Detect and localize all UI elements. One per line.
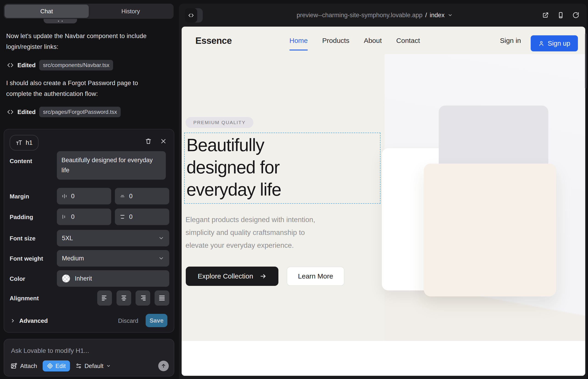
arrow-right-icon xyxy=(260,273,266,280)
site-nav-links: Home Products About Contact xyxy=(289,27,420,55)
assistant-message: I should also create a Forgot Password p… xyxy=(6,78,155,99)
color-value: Inherit xyxy=(75,275,92,282)
margin-y-input[interactable]: 0 xyxy=(115,188,169,205)
dot xyxy=(62,21,62,22)
file-badge[interactable]: src/components/Navbar.tsx xyxy=(39,60,113,70)
hero-section: PREMIUM QUALITY Beautifully designed for… xyxy=(182,55,385,341)
hero-paragraph: Elegant products designed with intention… xyxy=(186,213,371,252)
align-left-button[interactable] xyxy=(97,290,112,306)
margin-x-value: 0 xyxy=(71,193,75,200)
font-size-value: 5XL xyxy=(62,235,73,242)
chevron-down-icon xyxy=(158,255,164,261)
padding-label: Padding xyxy=(10,212,33,222)
margin-y-value: 0 xyxy=(129,193,133,200)
alignment-label: Alignment xyxy=(10,294,39,303)
code-icon xyxy=(7,62,14,69)
image-plus-icon xyxy=(11,363,17,369)
content-textarea[interactable]: Beautifully designed for everyday life xyxy=(57,151,166,180)
element-editor-panel: h1 Content Beautifully designed for ever… xyxy=(4,129,174,333)
margin-horizontal-icon xyxy=(62,193,67,199)
composer-input[interactable]: Ask Lovable to modify H1... xyxy=(11,347,89,354)
file-badge[interactable]: src/pages/ForgotPassword.tsx xyxy=(39,107,121,117)
attach-button[interactable]: Attach xyxy=(11,363,37,370)
nav-link-about[interactable]: About xyxy=(364,37,382,45)
scrollbar-thumb[interactable] xyxy=(585,33,586,89)
margin-x-input[interactable]: 0 xyxy=(57,188,111,205)
edit-label: Edit xyxy=(56,363,66,370)
padding-x-value: 0 xyxy=(71,213,75,221)
save-button[interactable]: Save xyxy=(146,314,167,327)
type-icon xyxy=(15,139,22,146)
delete-element-button[interactable] xyxy=(145,138,152,144)
default-label: Default xyxy=(85,363,103,370)
padding-y-input[interactable]: 0 xyxy=(115,208,169,225)
url-breadcrumb[interactable]: preview--charming-site-symphony.lovable.… xyxy=(179,4,587,27)
sign-in-link[interactable]: Sign in xyxy=(500,27,521,55)
chevron-down-icon xyxy=(106,364,111,368)
align-justify-button[interactable] xyxy=(155,290,169,306)
tab-chat[interactable]: Chat xyxy=(5,5,89,18)
content-label: Content xyxy=(10,157,32,166)
nav-link-home[interactable]: Home xyxy=(289,37,308,45)
nav-link-products[interactable]: Products xyxy=(322,37,349,45)
learn-more-button[interactable]: Learn More xyxy=(287,267,344,286)
nav-link-contact[interactable]: Contact xyxy=(396,37,420,45)
advanced-label: Advanced xyxy=(19,317,48,324)
default-mode-dropdown[interactable]: Default xyxy=(76,363,111,370)
tab-history[interactable]: History xyxy=(89,5,173,18)
align-right-button[interactable] xyxy=(136,290,150,306)
edited-label: Edited xyxy=(17,109,35,116)
composer-toolbar: Attach Edit Default xyxy=(11,360,169,372)
element-tag-label: h1 xyxy=(26,139,32,146)
explore-label: Explore Collection xyxy=(198,272,253,280)
headline-line: everyday life xyxy=(186,178,333,201)
color-label: Color xyxy=(10,274,25,283)
selected-element-pill[interactable]: h1 xyxy=(10,135,39,151)
next-section-background xyxy=(182,341,585,376)
refresh-button[interactable] xyxy=(573,12,579,19)
sliders-icon xyxy=(76,363,82,369)
edited-label: Edited xyxy=(17,62,35,69)
font-weight-select[interactable]: Medium xyxy=(57,250,169,267)
mobile-view-button[interactable] xyxy=(557,12,564,19)
open-external-button[interactable] xyxy=(542,12,549,19)
chevron-right-icon xyxy=(10,318,15,323)
url-page: index xyxy=(430,12,445,19)
edit-mode-button[interactable]: Edit xyxy=(43,360,70,371)
edited-file-row: Edited src/pages/ForgotPassword.tsx xyxy=(7,106,121,118)
edited-file-row: Edited src/components/Navbar.tsx xyxy=(7,59,113,71)
font-size-select[interactable]: 5XL xyxy=(57,230,169,246)
sign-up-button[interactable]: Sign up xyxy=(531,35,578,51)
sign-up-label: Sign up xyxy=(548,40,570,47)
assistant-message: Now let's update the Navbar component to… xyxy=(6,31,155,52)
send-button[interactable] xyxy=(158,361,169,371)
headline-line: designed for xyxy=(186,156,333,178)
hero-cta-row: Explore Collection Learn More xyxy=(186,267,344,286)
url-host: preview--charming-site-symphony.lovable.… xyxy=(297,12,423,19)
preview-browser-frame: preview--charming-site-symphony.lovable.… xyxy=(179,4,587,379)
padding-y-value: 0 xyxy=(129,213,133,221)
padding-vertical-icon xyxy=(120,214,125,220)
headline-line: Beautifully xyxy=(186,134,333,156)
close-icon[interactable] xyxy=(160,138,167,144)
code-icon xyxy=(7,109,14,115)
padding-x-input[interactable]: 0 xyxy=(57,208,111,225)
discard-button[interactable]: Discard xyxy=(118,314,138,327)
advanced-toggle[interactable]: Advanced xyxy=(10,314,48,327)
chat-sidebar: Chat History Now let's update the Navbar… xyxy=(0,0,178,379)
color-select[interactable]: Inherit xyxy=(57,270,169,287)
chevron-down-icon xyxy=(158,235,164,241)
explore-collection-button[interactable]: Explore Collection xyxy=(186,267,279,286)
decorative-cream-card xyxy=(424,164,556,296)
attach-label: Attach xyxy=(20,363,37,370)
padding-horizontal-icon xyxy=(62,214,67,220)
h1-selection-outline[interactable]: Beautifully designed for everyday life xyxy=(184,133,380,204)
site-logo[interactable]: Essence xyxy=(195,27,232,55)
align-center-button[interactable] xyxy=(117,290,131,306)
paragraph-line: simplicity and quality craftsmanship to xyxy=(186,226,371,239)
font-weight-label: Font weight xyxy=(10,254,43,263)
margin-vertical-icon xyxy=(120,193,125,199)
color-swatch xyxy=(62,274,70,283)
hero-headline[interactable]: Beautifully designed for everyday life xyxy=(186,134,333,201)
chat-history-tabbar: Chat History xyxy=(4,4,174,19)
